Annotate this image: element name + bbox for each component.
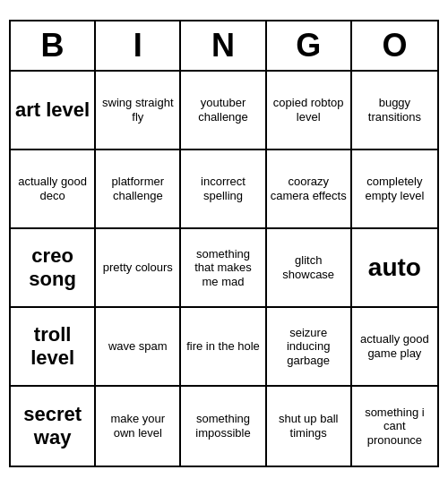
bingo-grid: art levelswing straight flyyoutuber chal… xyxy=(11,72,437,466)
header-letter-g: G xyxy=(267,21,352,70)
bingo-cell-8[interactable]: coorazy camera effects xyxy=(267,150,352,229)
bingo-cell-4[interactable]: buggy transitions xyxy=(352,72,437,150)
bingo-cell-6[interactable]: platformer challenge xyxy=(96,150,181,229)
header-letter-n: N xyxy=(181,21,266,70)
bingo-cell-24[interactable]: something i cant pronounce xyxy=(352,387,437,466)
bingo-cell-12[interactable]: something that makes me mad xyxy=(181,229,266,308)
header-letter-o: O xyxy=(352,21,437,70)
bingo-cell-15[interactable]: troll level xyxy=(11,308,96,387)
bingo-cell-3[interactable]: copied robtop level xyxy=(267,72,352,150)
bingo-card: BINGO art levelswing straight flyyoutube… xyxy=(9,20,439,467)
bingo-cell-23[interactable]: shut up ball timings xyxy=(267,387,352,466)
bingo-cell-7[interactable]: incorrect spelling xyxy=(181,150,266,229)
bingo-cell-2[interactable]: youtuber challenge xyxy=(181,72,266,150)
header-letter-b: B xyxy=(11,21,96,70)
bingo-cell-18[interactable]: seizure inducing garbage xyxy=(267,308,352,387)
header-letter-i: I xyxy=(96,21,181,70)
bingo-cell-13[interactable]: glitch showcase xyxy=(267,229,352,308)
bingo-cell-22[interactable]: something impossible xyxy=(181,387,266,466)
bingo-cell-16[interactable]: wave spam xyxy=(96,308,181,387)
bingo-cell-14[interactable]: auto xyxy=(352,229,437,308)
bingo-cell-11[interactable]: pretty colours xyxy=(96,229,181,308)
bingo-header: BINGO xyxy=(11,21,437,72)
bingo-cell-20[interactable]: secret way xyxy=(11,387,96,466)
bingo-cell-21[interactable]: make your own level xyxy=(96,387,181,466)
bingo-cell-17[interactable]: fire in the hole xyxy=(181,308,266,387)
bingo-cell-1[interactable]: swing straight fly xyxy=(96,72,181,150)
bingo-cell-19[interactable]: actually good game play xyxy=(352,308,437,387)
bingo-cell-5[interactable]: actually good deco xyxy=(11,150,96,229)
bingo-cell-0[interactable]: art level xyxy=(11,72,96,150)
bingo-cell-10[interactable]: creo song xyxy=(11,229,96,308)
bingo-cell-9[interactable]: completely empty level xyxy=(352,150,437,229)
